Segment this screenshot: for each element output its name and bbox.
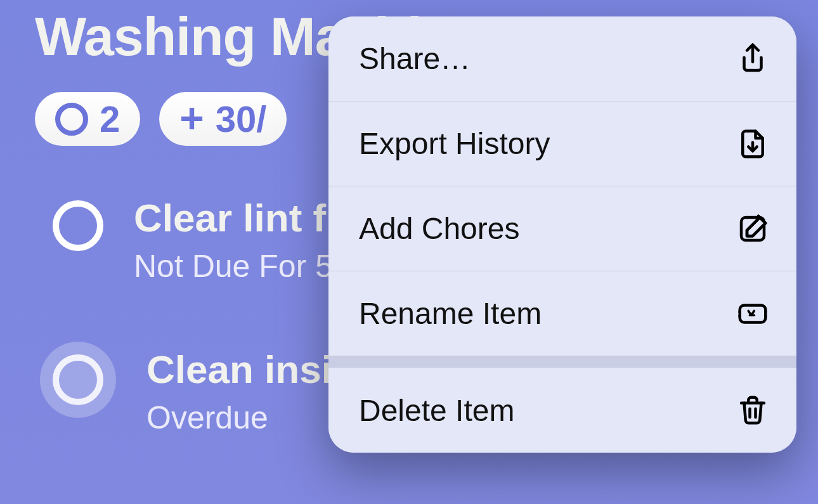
- add-pill[interactable]: + 30/: [159, 92, 287, 146]
- menu-item-label: Delete Item: [359, 393, 514, 428]
- add-pill-label: 30/: [216, 98, 267, 140]
- circle-icon: [55, 103, 88, 136]
- chore-checkbox[interactable]: [53, 200, 103, 251]
- menu-item-label: Rename Item: [359, 296, 542, 331]
- rename-icon: [736, 297, 770, 331]
- chore-checkbox-halo: [40, 342, 116, 418]
- count-value: 2: [100, 98, 120, 140]
- menu-delete-item[interactable]: Delete Item: [328, 368, 796, 453]
- menu-item-label: Add Chores: [359, 211, 519, 246]
- trash-icon: [736, 393, 770, 427]
- context-menu: Share… Export History Add Chores: [328, 16, 796, 453]
- menu-separator: [328, 356, 796, 368]
- menu-add-chores[interactable]: Add Chores: [328, 186, 796, 271]
- share-icon: [736, 42, 770, 76]
- menu-export-history[interactable]: Export History: [328, 101, 796, 186]
- menu-item-label: Export History: [359, 126, 550, 161]
- menu-rename-item[interactable]: Rename Item: [328, 271, 796, 356]
- menu-item-label: Share…: [359, 41, 471, 76]
- compose-icon: [736, 212, 770, 246]
- menu-share[interactable]: Share…: [328, 16, 796, 101]
- count-pill[interactable]: 2: [35, 92, 140, 146]
- chore-checkbox[interactable]: [53, 354, 103, 405]
- file-download-icon: [736, 127, 770, 161]
